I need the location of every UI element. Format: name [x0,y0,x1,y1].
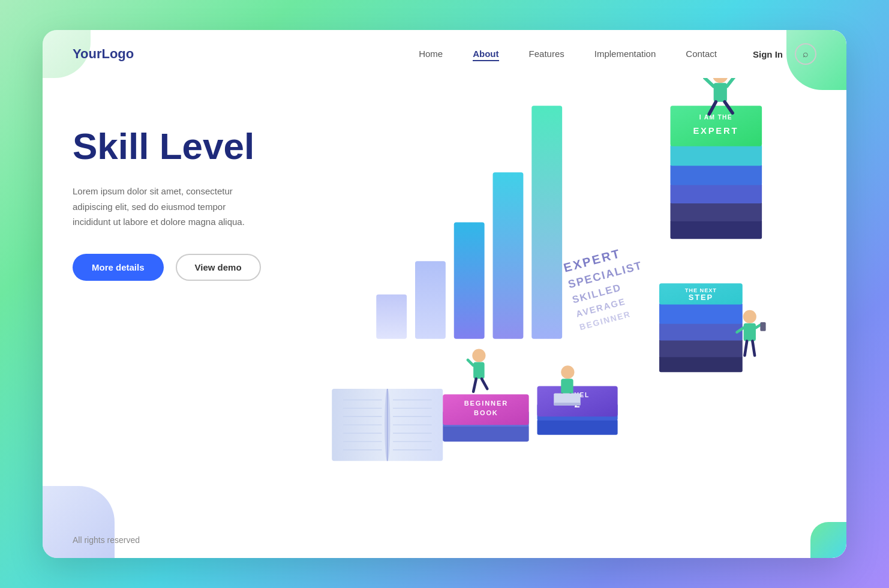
svg-text:EXPERT: EXPERT [693,126,738,136]
hero-title: Skill Level [73,126,265,167]
bar-beginner [376,295,407,339]
bar-skilled [454,223,485,339]
svg-point-47 [472,349,485,362]
svg-rect-53 [561,379,573,394]
svg-rect-44 [671,106,762,146]
svg-point-58 [743,310,756,323]
footer: All rights reserved [43,522,846,558]
search-button[interactable]: ⌕ [795,43,816,65]
svg-text:SKILLED: SKILLED [571,281,623,305]
svg-text:LEVEL: LEVEL [564,392,590,398]
svg-rect-66 [714,83,727,101]
left-panel: Skill Level Lorem ipsum dolor sit amet, … [43,78,295,522]
svg-line-51 [482,379,487,389]
more-details-button[interactable]: More details [73,254,164,281]
svg-rect-59 [744,323,756,341]
level2-book-stack: LEVEL 2 [537,386,618,434]
open-book-group [332,389,443,461]
svg-rect-34 [659,322,743,341]
nav-item-implementation[interactable]: Implementation [594,49,656,59]
svg-text:2: 2 [574,398,579,410]
svg-rect-56 [554,393,580,405]
svg-text:THE NEXT: THE NEXT [685,287,717,293]
bar-specialist [493,172,524,339]
hero-description: Lorem ipsum dolor sit amet, consectetur … [73,184,265,230]
button-group: More details View demo [73,254,265,281]
svg-rect-33 [659,339,743,358]
svg-text:I AM THE: I AM THE [699,114,732,121]
right-panel: EXPERT SPECIALIST SKILLED AVERAGE BEGINN… [295,78,846,522]
svg-text:AVERAGE: AVERAGE [575,296,626,319]
main-content: Skill Level Lorem ipsum dolor sit amet, … [43,78,846,522]
person-laptop [554,365,580,406]
svg-line-69 [709,102,716,114]
svg-rect-22 [443,425,528,442]
beginner-book-stack: BEGINNER BOOK [443,394,528,442]
svg-rect-41 [671,184,762,203]
svg-rect-43 [671,145,762,166]
svg-point-52 [561,365,574,379]
logo: YourLogo [73,46,134,62]
svg-line-64 [752,341,755,355]
svg-text:SPECIALIST: SPECIALIST [567,259,644,290]
svg-rect-62 [760,322,765,331]
svg-rect-32 [659,356,743,373]
nav-link-contact[interactable]: Contact [686,49,717,59]
svg-text:STEP: STEP [689,293,713,302]
svg-rect-39 [671,220,762,239]
nav-link-about[interactable]: About [473,49,498,61]
svg-text:BEGINNER: BEGINNER [578,309,632,332]
svg-rect-57 [554,403,580,406]
svg-line-67 [705,78,714,86]
svg-rect-35 [659,303,743,324]
person-beginner [468,349,487,391]
navbar: YourLogo Home About Features Implementat… [43,30,846,78]
nav-links: Home About Features Implementation Conta… [419,49,717,59]
person-expert [705,78,735,114]
svg-rect-28 [537,404,618,421]
view-demo-button[interactable]: View demo [176,254,261,281]
bar-average [415,261,446,339]
svg-line-60 [737,328,744,332]
next-step-book-stack: THE NEXT STEP [659,283,743,372]
level-labels-group: EXPERT SPECIALIST SKILLED AVERAGE BEGINN… [562,242,654,332]
svg-line-49 [468,360,473,365]
expert-book-stack: I AM THE EXPERT [671,106,762,239]
illustration: EXPERT SPECIALIST SKILLED AVERAGE BEGINN… [295,78,846,522]
svg-rect-24 [443,394,528,425]
svg-point-21 [385,389,390,461]
footer-text: All rights reserved [73,535,140,545]
svg-rect-42 [671,164,762,185]
nav-link-implementation[interactable]: Implementation [594,49,656,59]
nav-item-features[interactable]: Features [529,49,564,59]
svg-line-63 [744,341,747,355]
nav-link-features[interactable]: Features [529,49,564,59]
svg-rect-36 [659,283,743,304]
nav-right: Sign In ⌕ [753,43,816,65]
svg-line-70 [725,102,732,113]
svg-text:BOOK: BOOK [474,409,498,416]
svg-text:BEGINNER: BEGINNER [464,400,508,407]
svg-text:EXPERT: EXPERT [562,247,622,275]
nav-link-home[interactable]: Home [419,49,443,59]
svg-rect-27 [537,419,618,435]
svg-line-68 [727,78,735,86]
svg-line-50 [473,379,476,391]
svg-line-61 [756,325,760,328]
svg-rect-29 [537,386,618,416]
svg-rect-23 [443,411,528,427]
search-icon: ⌕ [803,49,809,59]
person-reading [737,310,766,356]
svg-rect-5 [332,389,443,461]
svg-rect-40 [671,202,762,221]
svg-rect-48 [473,362,485,379]
nav-item-about[interactable]: About [473,49,498,59]
svg-line-54 [557,394,562,403]
sign-in-button[interactable]: Sign In [753,49,783,59]
nav-item-home[interactable]: Home [419,49,443,59]
nav-item-contact[interactable]: Contact [686,49,717,59]
bar-expert [531,106,562,339]
svg-line-55 [570,394,578,401]
svg-point-65 [713,78,728,83]
